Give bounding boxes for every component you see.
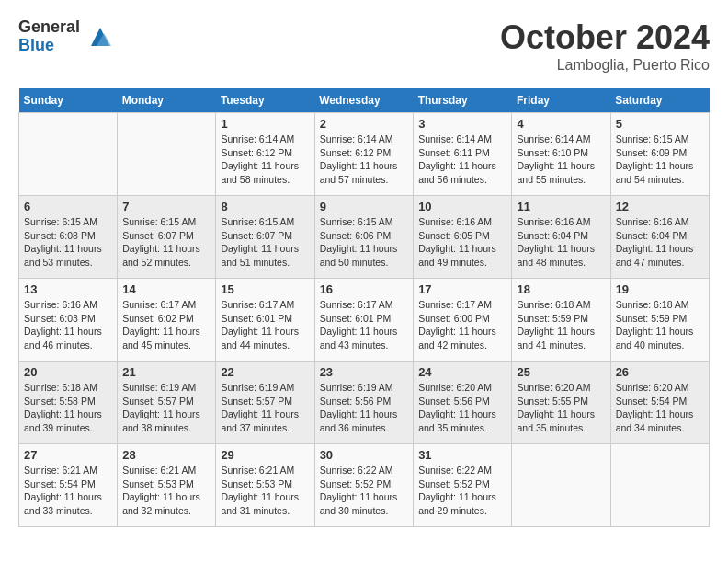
calendar-cell [512,444,610,527]
calendar-cell: 7Sunrise: 6:15 AM Sunset: 6:07 PM Daylig… [118,196,216,279]
day-number: 20 [24,365,112,379]
calendar-cell: 4Sunrise: 6:14 AM Sunset: 6:10 PM Daylig… [512,113,610,196]
day-number: 31 [418,448,506,462]
col-header-saturday: Saturday [610,88,709,113]
calendar-cell: 24Sunrise: 6:20 AM Sunset: 5:56 PM Dayli… [414,362,512,444]
calendar-cell: 1Sunrise: 6:14 AM Sunset: 6:12 PM Daylig… [216,113,314,196]
day-number: 17 [418,282,506,296]
logo-icon [85,22,115,52]
day-info: Sunrise: 6:14 AM Sunset: 6:12 PM Dayligh… [221,132,309,187]
day-info: Sunrise: 6:16 AM Sunset: 6:03 PM Dayligh… [24,298,112,352]
logo: General Blue [18,18,115,55]
day-number: 16 [320,282,409,296]
day-info: Sunrise: 6:15 AM Sunset: 6:09 PM Dayligh… [616,132,704,187]
day-info: Sunrise: 6:21 AM Sunset: 5:53 PM Dayligh… [221,464,309,518]
day-info: Sunrise: 6:18 AM Sunset: 5:59 PM Dayligh… [517,298,605,352]
calendar-cell [610,444,709,527]
title-block: October 2024 Lamboglia, Puerto Rico [500,18,710,74]
day-number: 8 [221,200,309,213]
col-header-sunday: Sunday [19,88,118,113]
calendar-cell: 20Sunrise: 6:18 AM Sunset: 5:58 PM Dayli… [19,362,118,444]
day-number: 6 [24,200,112,213]
logo-blue: Blue [18,37,80,55]
calendar-cell: 30Sunrise: 6:22 AM Sunset: 5:52 PM Dayli… [314,444,414,527]
day-number: 23 [320,365,409,379]
day-info: Sunrise: 6:14 AM Sunset: 6:12 PM Dayligh… [320,132,409,187]
calendar-cell: 8Sunrise: 6:15 AM Sunset: 6:07 PM Daylig… [216,196,314,279]
day-number: 14 [122,282,210,296]
calendar-week-row: 1Sunrise: 6:14 AM Sunset: 6:12 PM Daylig… [19,113,710,196]
calendar-cell: 3Sunrise: 6:14 AM Sunset: 6:11 PM Daylig… [414,113,512,196]
day-number: 11 [517,200,605,213]
day-number: 13 [24,282,112,296]
calendar-cell: 26Sunrise: 6:20 AM Sunset: 5:54 PM Dayli… [610,362,709,444]
day-info: Sunrise: 6:20 AM Sunset: 5:55 PM Dayligh… [517,381,605,435]
day-info: Sunrise: 6:14 AM Sunset: 6:11 PM Dayligh… [418,132,506,187]
calendar-cell: 2Sunrise: 6:14 AM Sunset: 6:12 PM Daylig… [314,113,414,196]
calendar-cell: 23Sunrise: 6:19 AM Sunset: 5:56 PM Dayli… [314,362,414,444]
col-header-thursday: Thursday [414,88,512,113]
page-header: General Blue October 2024 Lamboglia, Pue… [18,18,710,74]
day-number: 28 [122,448,210,462]
col-header-friday: Friday [512,88,610,113]
day-number: 21 [122,365,210,379]
day-number: 12 [616,200,704,213]
day-number: 1 [221,117,309,131]
calendar-cell: 14Sunrise: 6:17 AM Sunset: 6:02 PM Dayli… [118,279,216,362]
calendar-cell: 18Sunrise: 6:18 AM Sunset: 5:59 PM Dayli… [512,279,610,362]
day-info: Sunrise: 6:17 AM Sunset: 6:02 PM Dayligh… [122,298,210,352]
calendar-week-row: 6Sunrise: 6:15 AM Sunset: 6:08 PM Daylig… [19,196,710,279]
calendar-cell [118,113,216,196]
calendar-cell: 6Sunrise: 6:15 AM Sunset: 6:08 PM Daylig… [19,196,118,279]
calendar-cell: 21Sunrise: 6:19 AM Sunset: 5:57 PM Dayli… [118,362,216,444]
calendar-cell: 16Sunrise: 6:17 AM Sunset: 6:01 PM Dayli… [314,279,414,362]
day-number: 4 [517,117,605,131]
day-number: 25 [517,365,605,379]
day-info: Sunrise: 6:17 AM Sunset: 6:01 PM Dayligh… [320,298,409,352]
col-header-wednesday: Wednesday [314,88,414,113]
col-header-tuesday: Tuesday [216,88,314,113]
day-info: Sunrise: 6:17 AM Sunset: 6:00 PM Dayligh… [418,298,506,352]
calendar-cell: 19Sunrise: 6:18 AM Sunset: 5:59 PM Dayli… [610,279,709,362]
day-number: 30 [320,448,409,462]
day-info: Sunrise: 6:17 AM Sunset: 6:01 PM Dayligh… [221,298,309,352]
calendar-header-row: SundayMondayTuesdayWednesdayThursdayFrid… [19,88,710,113]
calendar-cell [19,113,118,196]
day-number: 26 [616,365,704,379]
day-info: Sunrise: 6:15 AM Sunset: 6:07 PM Dayligh… [221,215,309,270]
col-header-monday: Monday [118,88,216,113]
day-number: 5 [616,117,704,131]
day-number: 29 [221,448,309,462]
calendar-table: SundayMondayTuesdayWednesdayThursdayFrid… [18,88,710,527]
day-info: Sunrise: 6:16 AM Sunset: 6:05 PM Dayligh… [418,215,506,270]
calendar-cell: 15Sunrise: 6:17 AM Sunset: 6:01 PM Dayli… [216,279,314,362]
day-number: 10 [418,200,506,213]
day-info: Sunrise: 6:20 AM Sunset: 5:54 PM Dayligh… [616,381,704,435]
day-info: Sunrise: 6:19 AM Sunset: 5:57 PM Dayligh… [122,381,210,435]
calendar-cell: 28Sunrise: 6:21 AM Sunset: 5:53 PM Dayli… [118,444,216,527]
calendar-week-row: 27Sunrise: 6:21 AM Sunset: 5:54 PM Dayli… [19,444,710,527]
day-info: Sunrise: 6:18 AM Sunset: 5:58 PM Dayligh… [24,381,112,435]
day-info: Sunrise: 6:15 AM Sunset: 6:07 PM Dayligh… [122,215,210,270]
calendar-cell: 27Sunrise: 6:21 AM Sunset: 5:54 PM Dayli… [19,444,118,527]
day-number: 3 [418,117,506,131]
day-info: Sunrise: 6:15 AM Sunset: 6:06 PM Dayligh… [320,215,409,270]
calendar-cell: 29Sunrise: 6:21 AM Sunset: 5:53 PM Dayli… [216,444,314,527]
calendar-week-row: 20Sunrise: 6:18 AM Sunset: 5:58 PM Dayli… [19,362,710,444]
calendar-cell: 10Sunrise: 6:16 AM Sunset: 6:05 PM Dayli… [414,196,512,279]
calendar-cell: 31Sunrise: 6:22 AM Sunset: 5:52 PM Dayli… [414,444,512,527]
day-info: Sunrise: 6:21 AM Sunset: 5:53 PM Dayligh… [122,464,210,518]
calendar-week-row: 13Sunrise: 6:16 AM Sunset: 6:03 PM Dayli… [19,279,710,362]
day-info: Sunrise: 6:19 AM Sunset: 5:57 PM Dayligh… [221,381,309,435]
day-info: Sunrise: 6:21 AM Sunset: 5:54 PM Dayligh… [24,464,112,518]
day-number: 18 [517,282,605,296]
calendar-cell: 11Sunrise: 6:16 AM Sunset: 6:04 PM Dayli… [512,196,610,279]
day-info: Sunrise: 6:15 AM Sunset: 6:08 PM Dayligh… [24,215,112,270]
day-info: Sunrise: 6:18 AM Sunset: 5:59 PM Dayligh… [616,298,704,352]
calendar-cell: 17Sunrise: 6:17 AM Sunset: 6:00 PM Dayli… [414,279,512,362]
day-info: Sunrise: 6:22 AM Sunset: 5:52 PM Dayligh… [320,464,409,518]
day-number: 24 [418,365,506,379]
day-info: Sunrise: 6:20 AM Sunset: 5:56 PM Dayligh… [418,381,506,435]
calendar-cell: 22Sunrise: 6:19 AM Sunset: 5:57 PM Dayli… [216,362,314,444]
logo-text: General Blue [18,18,80,55]
